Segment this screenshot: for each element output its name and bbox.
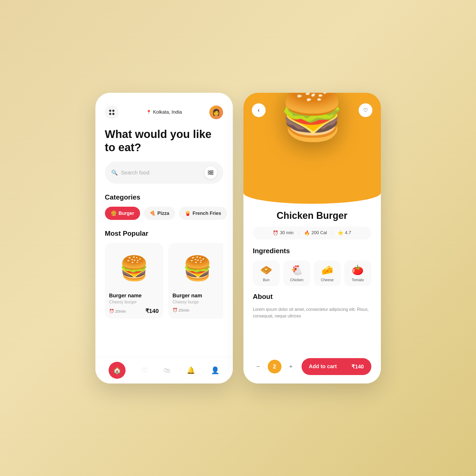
food-card-2-name: Burger nam (173, 293, 222, 299)
pizza-label: Pizza (158, 211, 169, 216)
search-icon: 🔍 (111, 169, 118, 176)
star-icon: ⭐ (338, 230, 343, 236)
about-title: About (253, 293, 371, 301)
right-phone: ‹ ♡ 🍔 Chicken Burger ⏰ 30 min 🔥 200 Cal … (243, 93, 381, 383)
category-chip-fries[interactable]: 🍟 French Fries (179, 207, 227, 220)
meta-separator-2 (332, 230, 332, 235)
ingredient-cheese: 🧀 Cheese (314, 260, 341, 286)
burger-icon: 🍔 (111, 210, 117, 216)
nav-home[interactable]: 🏠 (109, 362, 126, 379)
location-label: 📍 Kolkata, India (146, 109, 182, 115)
left-phone: 📍 Kolkata, India 👩 What would you like t… (95, 93, 233, 383)
fire-icon: 🔥 (304, 230, 310, 236)
food-card-1-price: ₹140 (145, 308, 159, 315)
burger-label: Burger (119, 211, 134, 216)
popular-title: Most Popular (105, 229, 223, 238)
ingredients-section: Ingredients 🧇 Bun 🐔 Chicken 🧀 Cheese 🍅 T… (253, 247, 371, 286)
food-card-2[interactable]: 🍔 Burger nam Cheesy burge ⏰ 20min (168, 243, 223, 319)
food-image: 🍔 (279, 93, 345, 144)
back-icon: ‹ (258, 107, 260, 113)
svg-point-5 (211, 173, 212, 175)
cart-price: ₹140 (352, 363, 364, 370)
quantity-badge: 2 (268, 360, 281, 373)
meta-separator-1 (299, 230, 299, 235)
categories-list: 🍔 Burger 🍕 Pizza 🍟 French Fries (105, 207, 223, 220)
clock-icon-2: ⏰ (173, 308, 178, 312)
nav-cart[interactable]: 🛍 (164, 366, 170, 375)
pizza-icon: 🍕 (150, 210, 155, 216)
decrease-button[interactable]: − (253, 361, 264, 372)
bottom-nav: 🏠 ♡ 🛍 🔔 👤 (95, 357, 233, 383)
item-name: Chicken Burger (253, 210, 371, 221)
chicken-icon: 🐔 (291, 265, 303, 276)
ingredients-grid: 🧇 Bun 🐔 Chicken 🧀 Cheese 🍅 Tomato (253, 260, 371, 286)
home-icon: 🏠 (113, 366, 121, 375)
search-bar[interactable]: 🔍 Search food (105, 161, 223, 184)
category-chip-pizza[interactable]: 🍕 Pizza (144, 207, 175, 220)
location-icon: 📍 (146, 110, 151, 115)
about-section: About Lorem ipsum dolor sit amet, consec… (253, 293, 371, 320)
clock-icon-1: ⏰ (109, 309, 114, 313)
bun-icon: 🧇 (260, 265, 272, 276)
item-meta: ⏰ 30 min 🔥 200 Cal ⭐ 4.7 (253, 227, 371, 239)
user-icon: 👤 (211, 366, 219, 375)
cheese-icon: 🧀 (321, 265, 333, 276)
fries-icon: 🍟 (185, 210, 191, 216)
food-card-1[interactable]: 🍔 Burger name Cheesy burger ⏰ 20min ₹140 (105, 243, 163, 319)
tomato-label: Tomato (352, 278, 364, 282)
tomato-icon: 🍅 (352, 265, 364, 276)
ingredient-chicken: 🐔 Chicken (283, 260, 310, 286)
back-button[interactable]: ‹ (252, 103, 266, 117)
detail-content: Chicken Burger ⏰ 30 min 🔥 200 Cal ⭐ 4.7 … (243, 204, 381, 353)
nav-notifications[interactable]: 🔔 (187, 366, 195, 375)
header: 📍 Kolkata, India 👩 (105, 105, 223, 119)
heart-icon: ♡ (363, 107, 368, 113)
popular-grid: 🍔 Burger name Cheesy burger ⏰ 20min ₹140… (105, 243, 223, 319)
category-chip-burger[interactable]: 🍔 Burger (105, 207, 140, 220)
clock-icon: ⏰ (273, 230, 278, 236)
add-to-cart-button[interactable]: Add to cart ₹140 (302, 358, 371, 375)
search-placeholder: Search food (121, 170, 201, 176)
food-card-1-time: ⏰ 20min (109, 309, 126, 313)
increase-button[interactable]: + (286, 361, 296, 372)
bell-icon: 🔔 (187, 366, 195, 375)
food-card-2-time: ⏰ 20min (173, 308, 190, 312)
meta-rating: ⭐ 4.7 (338, 230, 351, 236)
nav-profile[interactable]: 👤 (211, 366, 219, 375)
food-card-1-image: 🍔 (109, 247, 159, 289)
menu-button[interactable] (105, 105, 119, 119)
filter-button[interactable] (204, 166, 217, 179)
bun-label: Bun (263, 278, 270, 282)
cart-footer: − 2 + Add to cart ₹140 (243, 353, 381, 383)
categories-title: Categories (105, 193, 223, 201)
ingredients-title: Ingredients (253, 247, 371, 255)
about-text: Lorem ipsum dolor sit amet, consectetur … (253, 306, 371, 320)
food-card-2-sub: Cheesy burge (173, 300, 222, 304)
cheese-label: Cheese (321, 278, 334, 282)
hero-text: What would you like to eat? (105, 128, 223, 154)
svg-point-3 (211, 170, 212, 172)
bag-icon: 🛍 (164, 366, 170, 375)
food-card-1-footer: ⏰ 20min ₹140 (109, 308, 159, 315)
hero-section: ‹ ♡ 🍔 (243, 93, 381, 204)
nav-favorites[interactable]: ♡ (141, 366, 147, 375)
meta-time: ⏰ 30 min (273, 230, 293, 236)
meta-calories: 🔥 200 Cal (304, 230, 327, 236)
ingredient-tomato: 🍅 Tomato (344, 260, 371, 286)
food-card-1-sub: Cheesy burger (109, 300, 159, 304)
add-to-cart-label: Add to cart (309, 363, 337, 369)
ingredient-bun: 🧇 Bun (253, 260, 280, 286)
svg-point-4 (209, 172, 210, 173)
favorite-button[interactable]: ♡ (359, 103, 372, 117)
quantity-control: − 2 + (253, 360, 296, 373)
food-card-2-image: 🍔 (173, 247, 222, 289)
avatar[interactable]: 👩 (209, 105, 223, 119)
food-card-1-name: Burger name (109, 293, 159, 299)
fries-label: French Fries (193, 211, 221, 216)
heart-icon: ♡ (141, 366, 147, 375)
food-card-2-footer: ⏰ 20min (173, 308, 222, 312)
chicken-label: Chicken (290, 278, 303, 282)
